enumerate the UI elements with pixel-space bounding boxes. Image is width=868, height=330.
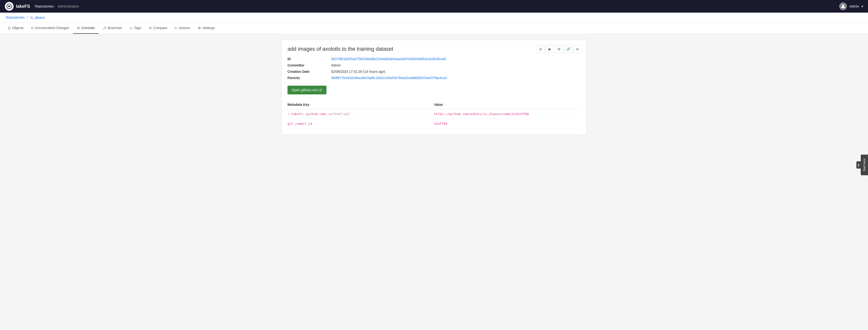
metadata-value: https://github.com/ozkatz/is_alpaca/comm… [434,109,581,119]
tab-actions-label: Actions [179,26,190,30]
tab-commits[interactable]: ⊙ Commits [73,23,99,34]
commit-actions: ⊡ ▶ ⧉ 🔗 ⊘ [536,45,582,53]
tab-objects[interactable]: ⊡ Objects [4,23,27,34]
metadata-key: ::lakefs::github.com::url[url:ui] [287,109,434,119]
header-right: Admin ▾ [839,2,863,10]
copy-button[interactable]: ⧉ [555,45,563,53]
uncommitted-icon: ⎘ [31,26,33,30]
side-panel[interactable]: ❯ Start here [857,155,868,175]
id-label: ID [287,57,331,61]
commit-card: add images of axolotls to the training d… [281,40,587,135]
avatar [839,2,847,10]
commits-icon: ⊙ [77,26,80,30]
tab-branches-label: Branches [108,26,122,30]
tab-actions[interactable]: ▷ Actions [171,23,194,34]
tags-icon: ◇ [130,26,132,30]
link-button[interactable]: 🔗 [564,45,572,53]
tab-settings[interactable]: ⚙ Settings [194,23,219,34]
svg-point-1 [842,5,844,6]
metadata-key: git_commit_id [287,119,434,129]
metadata-value: e1eff68 [434,119,581,129]
tab-compare-label: Compare [153,26,167,30]
metadata-key-header: Metadata Key [287,100,434,109]
tab-uncommitted-changes[interactable]: ⎘ Uncommitted Changes [27,23,73,34]
metadata-table: Metadata Key Value ::lakefs::github.com:… [287,100,581,129]
browse-button[interactable]: ⊡ [536,45,545,53]
meta-parents-row: Parents 589f87704418c6bac80c5a6fc1b52c24… [287,76,581,80]
header-left: lakeFS Repositories Administration [5,2,79,11]
tab-settings-label: Settings [203,26,215,30]
main-content: add images of axolotls to the training d… [0,34,868,330]
meta-committer-row: Committer Admin [287,63,581,67]
side-panel-chevron-icon[interactable]: ❯ [857,161,861,169]
breadcrumb: Repositories / is_alpaca [0,12,868,23]
breadcrumb-current-repo[interactable]: is_alpaca [31,16,45,20]
header: lakeFS Repositories Administration Admin… [0,0,868,12]
creation-date-value: 02/08/2024 17:41:20 (14 hours ago) [331,70,385,74]
id-value: 0b376f01b925a075851bbaffacf104a80de04a43… [331,57,446,61]
breadcrumb-separator: / [27,16,28,20]
play-button[interactable]: ▶ [546,45,554,53]
meta-date-row: Creation Date 02/08/2024 17:41:20 (14 ho… [287,70,581,74]
tab-objects-label: Objects [12,26,24,30]
meta-id-row: ID 0b376f01b925a075851bbaffacf104a80de04… [287,57,581,61]
compare-icon: ⇄ [149,26,152,30]
logo-icon [5,2,13,11]
parents-label: Parents [287,76,331,80]
tab-tags-label: Tags [134,26,141,30]
tab-branches[interactable]: ⎇ Branches [99,23,126,34]
table-row: git_commit_id e1eff68 [287,119,581,129]
tab-commits-label: Commits [82,26,95,30]
main-nav: Repositories Administration [35,4,79,8]
nav-administration[interactable]: Administration [58,4,79,8]
settings-icon: ⚙ [198,26,201,30]
committer-label: Committer [287,63,331,67]
user-dropdown-icon[interactable]: ▾ [862,4,863,8]
logo-text: lakeFS [16,4,30,9]
tab-compare[interactable]: ⇄ Compare [145,23,171,34]
commit-meta: ID 0b376f01b925a075851bbaffacf104a80de04… [287,57,581,80]
diff-button[interactable]: ⊘ [573,45,582,53]
committer-value: Admin [331,63,341,67]
side-panel-label[interactable]: Start here [861,155,868,175]
tab-uncommitted-label: Uncommitted Changes [35,26,69,30]
metadata-value-header: Value [434,100,581,109]
logo: lakeFS [5,2,30,11]
user-label: Admin [849,4,859,8]
actions-icon: ▷ [175,26,178,30]
open-github-button[interactable]: Open github.com UI [287,86,327,94]
tabs-bar: ⊡ Objects ⎘ Uncommitted Changes ⊙ Commit… [0,23,868,34]
creation-date-label: Creation Date [287,70,331,74]
id-link[interactable]: 0b376f01b925a075851bbaffacf104a80de04a43… [331,57,446,61]
parents-value: 589f87704418c6bac80c5a6fc1b52c245af347b9… [331,76,447,80]
objects-icon: ⊡ [8,26,11,30]
tab-tags[interactable]: ◇ Tags [126,23,145,34]
table-row: ::lakefs::github.com::url[url:ui] https:… [287,109,581,119]
parents-link[interactable]: 589f87704418c6bac80c5a6fc1b52c245af347b9… [331,76,447,80]
nav-repositories[interactable]: Repositories [35,4,54,8]
breadcrumb-repositories[interactable]: Repositories [6,16,25,20]
branches-icon: ⎇ [102,26,106,30]
